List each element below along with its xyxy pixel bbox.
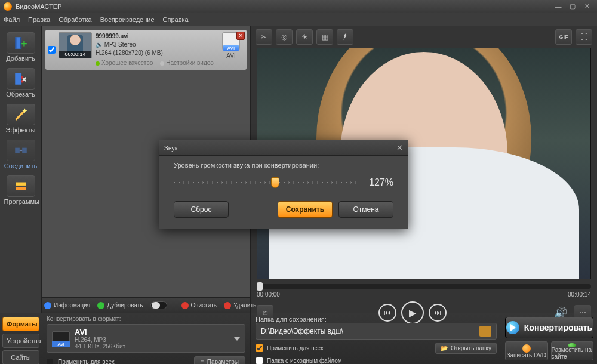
apply-all-checkbox[interactable]	[47, 359, 53, 364]
chevron-down-icon	[234, 337, 240, 341]
tab-formats[interactable]: Форматы	[2, 317, 39, 331]
src-folder-checkbox[interactable]	[256, 357, 263, 364]
dialog-close[interactable]: ✕	[396, 143, 403, 152]
tool-gif-icon[interactable]: GIF	[555, 29, 572, 45]
filmstrip-plus-icon	[7, 32, 35, 54]
footer-info[interactable]: Информация	[44, 302, 90, 309]
time-total: 00:00:14	[568, 291, 591, 298]
volume-slider[interactable]	[174, 182, 358, 183]
params-button[interactable]: ≡Параметры	[194, 356, 245, 364]
sliders-icon: ≡	[201, 359, 204, 364]
tool-snapshot-icon[interactable]: ◎	[276, 29, 293, 45]
window-minimize[interactable]: —	[552, 2, 565, 11]
clip-row[interactable]: 9999999.avi 🔊 MP3 Stereo H.264 (1280x720…	[45, 30, 247, 70]
dialog-title: Звук	[164, 144, 178, 152]
save-path-field[interactable]: D:\Видео\Эффекты вдш\	[256, 323, 497, 340]
menu-bar: Файл Правка Обработка Воспроизведение Сп…	[0, 13, 597, 26]
sidebar-programs[interactable]: Программы	[4, 175, 38, 205]
filmstrip-scissors-icon	[7, 68, 35, 90]
svg-rect-7	[22, 148, 27, 153]
disc-icon	[522, 344, 531, 353]
menu-process[interactable]: Обработка	[59, 16, 91, 23]
save-path-label: Папка для сохранения:	[256, 316, 497, 323]
volume-value: 127%	[369, 177, 393, 188]
avi-icon	[52, 331, 70, 347]
tab-devices[interactable]: Устройства	[2, 334, 39, 348]
upload-button[interactable]: Разместить на сайте	[551, 341, 594, 360]
folder-icon: 📂	[441, 345, 448, 351]
tool-film-icon[interactable]: ▦	[316, 29, 333, 45]
svg-rect-9	[16, 187, 26, 190]
tool-crop-icon[interactable]: ✂	[256, 29, 272, 45]
menu-file[interactable]: Файл	[4, 16, 20, 23]
dialog-label: Уровень громкости звука при конвертирова…	[174, 162, 393, 169]
reset-button[interactable]: Сброс	[174, 201, 229, 218]
tool-fullscreen-icon[interactable]: ⛶	[576, 29, 592, 45]
play-circle-icon	[506, 321, 519, 334]
sidebar-cut[interactable]: Обрезать	[4, 68, 38, 98]
svg-point-4	[21, 76, 23, 79]
apps-icon	[7, 175, 35, 197]
join-icon	[7, 140, 35, 161]
bottom-bar: Форматы Устройства Сайты Конвертировать …	[0, 313, 597, 364]
svg-rect-2	[20, 37, 21, 49]
tool-speed-icon[interactable]	[337, 29, 353, 45]
open-folder-button[interactable]: 📂Открыть папку	[435, 343, 497, 354]
wand-icon	[7, 104, 35, 125]
footer-delete[interactable]: Удалить	[224, 302, 256, 309]
tab-sites[interactable]: Сайты	[2, 350, 39, 364]
sidebar-add[interactable]: Добавить	[4, 32, 38, 62]
cancel-button[interactable]: Отмена	[338, 201, 393, 218]
window-close[interactable]: ✕	[580, 2, 593, 11]
tool-brightness-icon[interactable]: ☀	[296, 29, 313, 45]
seek-slider[interactable]	[257, 284, 591, 289]
footer-duplicate[interactable]: Дублировать	[97, 302, 143, 309]
app-logo	[4, 2, 12, 11]
sidebar-effects[interactable]: Эффекты	[4, 104, 38, 134]
browse-folder-icon[interactable]	[479, 326, 491, 337]
svg-rect-1	[15, 37, 16, 49]
footer-clear[interactable]: Очистить	[181, 302, 217, 309]
convert-button[interactable]: Конвертировать	[505, 317, 593, 338]
clip-remove[interactable]: ✕	[236, 32, 245, 40]
save-button[interactable]: Сохранить	[278, 201, 333, 218]
menu-edit[interactable]: Правка	[28, 16, 50, 23]
app-title: ВидеоМАСТЕР	[16, 3, 61, 10]
title-bar: ВидеоМАСТЕР — ▢ ✕	[0, 0, 597, 13]
list-footer: Информация Дублировать Очистить Удалить	[42, 297, 250, 313]
window-maximize[interactable]: ▢	[566, 2, 579, 11]
format-selector[interactable]: AVI H.264, MP344,1 KHz, 256Кбит	[47, 324, 245, 353]
menu-help[interactable]: Справка	[163, 16, 189, 23]
menu-playback[interactable]: Воспроизведение	[100, 16, 155, 23]
time-current: 00:00:00	[257, 291, 280, 298]
sidebar-join[interactable]: Соединить	[4, 140, 38, 169]
footer-toggle[interactable]	[150, 301, 167, 309]
clip-checkbox[interactable]	[48, 46, 56, 54]
svg-rect-6	[15, 148, 20, 153]
clip-thumbnail[interactable]	[59, 32, 92, 58]
svg-rect-8	[16, 183, 26, 186]
slider-thumb[interactable]	[271, 177, 279, 188]
convert-to-label: Конвертировать в формат:	[47, 316, 245, 322]
sound-dialog: Звук ✕ Уровень громкости звука при конве…	[159, 140, 408, 229]
clip-filename: 9999999.avi	[96, 33, 129, 39]
apply-all-checkbox2[interactable]	[256, 344, 263, 352]
svg-point-5	[21, 80, 23, 82]
sidebar: Добавить Обрезать Эффекты Соединить Прог…	[0, 26, 42, 313]
svg-rect-3	[15, 73, 21, 85]
write-dvd-button[interactable]: Записать DVD	[505, 341, 548, 360]
